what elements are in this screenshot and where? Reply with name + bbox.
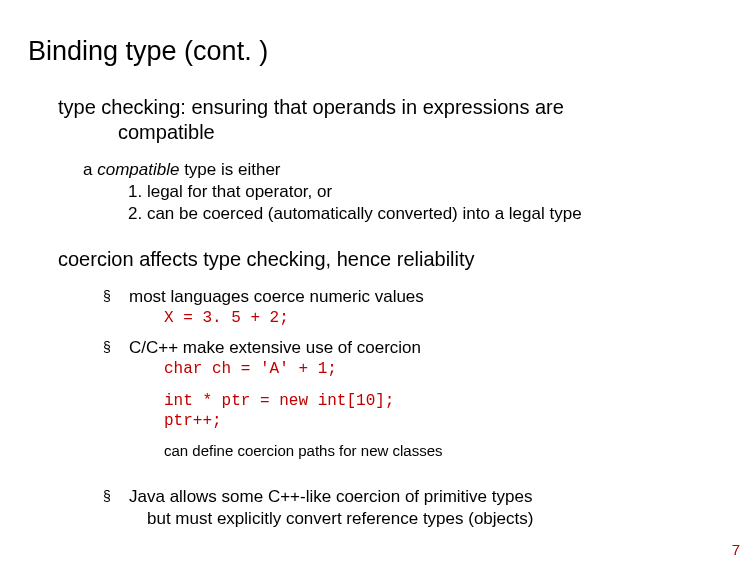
text: type is either: [179, 160, 280, 179]
text: most languages coerce numeric values: [129, 286, 424, 308]
text: but must explicitly convert reference ty…: [147, 509, 533, 528]
compatible-type-def: a compatible type is either: [83, 159, 728, 181]
code-block: int * ptr = new int[10];: [164, 391, 728, 411]
text: a: [83, 160, 97, 179]
note-text: can define coercion paths for new classe…: [164, 441, 728, 461]
text: type checking: ensuring that operands in…: [58, 96, 564, 118]
ordered-item-1: 1. legal for that operator, or: [128, 181, 728, 203]
bullet-icon: §: [103, 337, 129, 359]
point-type-checking: type checking: ensuring that operands in…: [58, 95, 728, 145]
ordered-item-2: 2. can be coerced (automatically convert…: [128, 203, 728, 225]
bullet-c-cpp: § C/C++ make extensive use of coercion: [103, 337, 728, 359]
point-coercion: coercion affects type checking, hence re…: [58, 247, 728, 272]
code-block: X = 3. 5 + 2;: [164, 308, 728, 328]
code-block: char ch = 'A' + 1;: [164, 359, 728, 379]
bullet-icon: §: [103, 286, 129, 308]
text: Java allows some C++-like coercion of pr…: [129, 487, 532, 506]
bullet-icon: §: [103, 486, 129, 530]
slide-title: Binding type (cont. ): [28, 36, 728, 67]
bullet-java: § Java allows some C++-like coercion of …: [103, 486, 728, 530]
code-block: ptr++;: [164, 411, 728, 431]
slide: Binding type (cont. ) type checking: ens…: [0, 0, 756, 576]
text: C/C++ make extensive use of coercion: [129, 337, 421, 359]
bullet-most-languages: § most languages coerce numeric values: [103, 286, 728, 308]
page-number: 7: [732, 541, 740, 558]
text: Java allows some C++-like coercion of pr…: [129, 486, 533, 530]
italic-text: compatible: [97, 160, 179, 179]
text: compatible: [118, 121, 215, 143]
